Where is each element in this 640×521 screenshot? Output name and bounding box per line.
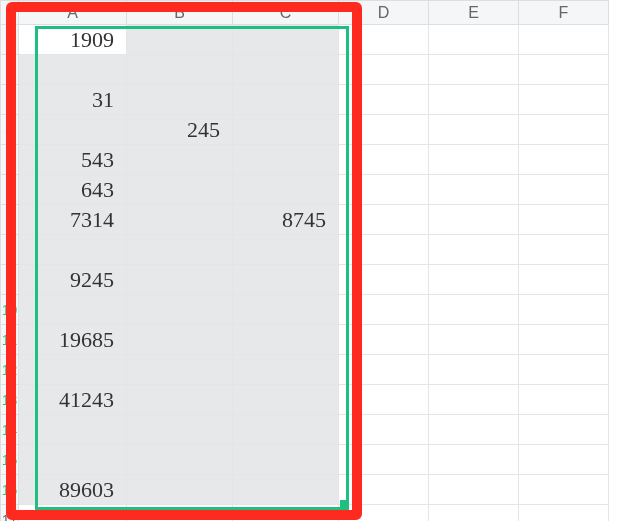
cell-C10[interactable] bbox=[233, 295, 339, 325]
column-header-E[interactable]: E bbox=[429, 1, 519, 25]
cell-E11[interactable] bbox=[429, 325, 519, 355]
cell-A10[interactable] bbox=[19, 295, 127, 325]
row-header[interactable]: 6 bbox=[1, 175, 19, 205]
row-header[interactable]: 14 bbox=[1, 415, 19, 445]
cell-C9[interactable] bbox=[233, 265, 339, 295]
row-header[interactable]: 15 bbox=[1, 445, 19, 475]
cell-F16[interactable] bbox=[519, 475, 609, 505]
cell-E5[interactable] bbox=[429, 145, 519, 175]
cell-A7[interactable]: 7314 bbox=[19, 205, 127, 235]
row-header[interactable]: 17 bbox=[1, 505, 19, 522]
row-header[interactable]: 2 bbox=[1, 55, 19, 85]
row-header[interactable]: 3 bbox=[1, 85, 19, 115]
cell-D6[interactable] bbox=[339, 175, 429, 205]
cell-C1[interactable] bbox=[233, 25, 339, 55]
cell-C8[interactable] bbox=[233, 235, 339, 265]
cell-C16[interactable] bbox=[233, 475, 339, 505]
cell-E1[interactable] bbox=[429, 25, 519, 55]
cell-B17[interactable] bbox=[127, 505, 233, 522]
cell-E9[interactable] bbox=[429, 265, 519, 295]
cell-E10[interactable] bbox=[429, 295, 519, 325]
cell-F10[interactable] bbox=[519, 295, 609, 325]
row-header[interactable]: 12 bbox=[1, 355, 19, 385]
spreadsheet-grid[interactable]: A B C D E F 1 1909 2 3 31 4 24 bbox=[0, 0, 609, 521]
cell-B10[interactable] bbox=[127, 295, 233, 325]
cell-E3[interactable] bbox=[429, 85, 519, 115]
cell-A5[interactable]: 543 bbox=[19, 145, 127, 175]
cell-D4[interactable] bbox=[339, 115, 429, 145]
row-header[interactable]: 13 bbox=[1, 385, 19, 415]
cell-B3[interactable] bbox=[127, 85, 233, 115]
cell-D9[interactable] bbox=[339, 265, 429, 295]
cell-D5[interactable] bbox=[339, 145, 429, 175]
cell-B16[interactable] bbox=[127, 475, 233, 505]
cell-F13[interactable] bbox=[519, 385, 609, 415]
cell-E17[interactable] bbox=[429, 505, 519, 522]
cell-F15[interactable] bbox=[519, 445, 609, 475]
cell-B2[interactable] bbox=[127, 55, 233, 85]
cell-A12[interactable] bbox=[19, 355, 127, 385]
cell-B15[interactable] bbox=[127, 445, 233, 475]
cell-F9[interactable] bbox=[519, 265, 609, 295]
column-header-C[interactable]: C bbox=[233, 1, 339, 25]
row-header[interactable]: 9 bbox=[1, 265, 19, 295]
cell-B8[interactable] bbox=[127, 235, 233, 265]
cell-A17[interactable] bbox=[19, 505, 127, 522]
cell-B14[interactable] bbox=[127, 415, 233, 445]
cell-B6[interactable] bbox=[127, 175, 233, 205]
row-header[interactable]: 10 bbox=[1, 295, 19, 325]
cell-A8[interactable] bbox=[19, 235, 127, 265]
cell-D2[interactable] bbox=[339, 55, 429, 85]
cell-A1[interactable]: 1909 bbox=[19, 25, 127, 55]
column-header-B[interactable]: B bbox=[127, 1, 233, 25]
cell-D8[interactable] bbox=[339, 235, 429, 265]
cell-F12[interactable] bbox=[519, 355, 609, 385]
cell-C15[interactable] bbox=[233, 445, 339, 475]
cell-D1[interactable] bbox=[339, 25, 429, 55]
cell-A11[interactable]: 19685 bbox=[19, 325, 127, 355]
cell-B5[interactable] bbox=[127, 145, 233, 175]
cell-D7[interactable] bbox=[339, 205, 429, 235]
cell-C4[interactable] bbox=[233, 115, 339, 145]
cell-F1[interactable] bbox=[519, 25, 609, 55]
cell-C12[interactable] bbox=[233, 355, 339, 385]
cell-B7[interactable] bbox=[127, 205, 233, 235]
cell-E16[interactable] bbox=[429, 475, 519, 505]
cell-C5[interactable] bbox=[233, 145, 339, 175]
cell-E2[interactable] bbox=[429, 55, 519, 85]
cell-E6[interactable] bbox=[429, 175, 519, 205]
cell-D16[interactable] bbox=[339, 475, 429, 505]
row-header[interactable]: 16 bbox=[1, 475, 19, 505]
cell-D15[interactable] bbox=[339, 445, 429, 475]
cell-D11[interactable] bbox=[339, 325, 429, 355]
cell-B4[interactable]: 245 bbox=[127, 115, 233, 145]
cell-F6[interactable] bbox=[519, 175, 609, 205]
cell-C17[interactable] bbox=[233, 505, 339, 522]
cell-C14[interactable] bbox=[233, 415, 339, 445]
cell-D17[interactable] bbox=[339, 505, 429, 522]
cell-A9[interactable]: 9245 bbox=[19, 265, 127, 295]
row-header[interactable]: 1 bbox=[1, 25, 19, 55]
cell-E12[interactable] bbox=[429, 355, 519, 385]
cell-F8[interactable] bbox=[519, 235, 609, 265]
row-header[interactable]: 11 bbox=[1, 325, 19, 355]
cell-E15[interactable] bbox=[429, 445, 519, 475]
cell-A4[interactable] bbox=[19, 115, 127, 145]
cell-C6[interactable] bbox=[233, 175, 339, 205]
cell-A6[interactable]: 643 bbox=[19, 175, 127, 205]
cell-A13[interactable]: 41243 bbox=[19, 385, 127, 415]
cell-E4[interactable] bbox=[429, 115, 519, 145]
column-header-A[interactable]: A bbox=[19, 1, 127, 25]
cell-D10[interactable] bbox=[339, 295, 429, 325]
cell-F14[interactable] bbox=[519, 415, 609, 445]
cell-E13[interactable] bbox=[429, 385, 519, 415]
cell-C11[interactable] bbox=[233, 325, 339, 355]
row-header[interactable]: 5 bbox=[1, 145, 19, 175]
fill-handle[interactable] bbox=[340, 500, 347, 507]
cell-E7[interactable] bbox=[429, 205, 519, 235]
cell-D14[interactable] bbox=[339, 415, 429, 445]
cell-F17[interactable] bbox=[519, 505, 609, 522]
cell-B9[interactable] bbox=[127, 265, 233, 295]
cell-F2[interactable] bbox=[519, 55, 609, 85]
cell-F11[interactable] bbox=[519, 325, 609, 355]
